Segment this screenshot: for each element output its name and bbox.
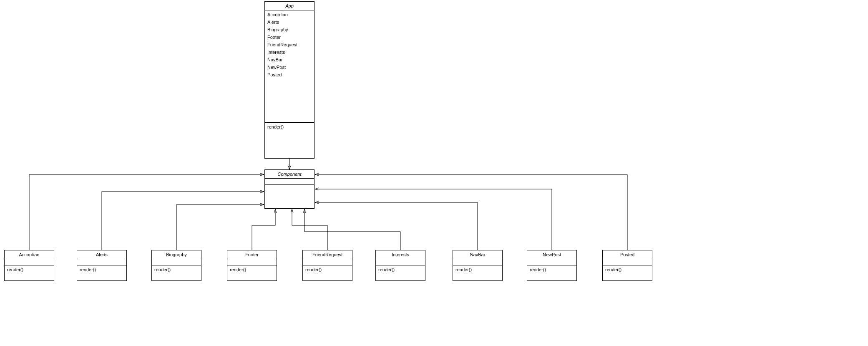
class-footer-operations: render()	[227, 265, 277, 280]
connectors	[0, 0, 868, 346]
op-render: render()	[267, 124, 312, 129]
class-app-operations: render()	[265, 123, 314, 158]
attr-friendrequest: FriendRequest	[267, 42, 312, 47]
class-friendrequest-title: FriendRequest	[303, 250, 352, 259]
class-biography-title: Biography	[152, 250, 201, 259]
class-friendrequest: FriendRequest render()	[302, 250, 352, 281]
class-app-title: App	[265, 2, 314, 10]
class-navbar-attributes	[453, 259, 502, 265]
class-interests-operations: render()	[376, 265, 425, 280]
class-navbar-operations: render()	[453, 265, 502, 280]
class-navbar: NavBar render()	[453, 250, 503, 281]
op-render: render()	[230, 267, 274, 272]
attr-biography: Biography	[267, 27, 312, 32]
class-navbar-title: NavBar	[453, 250, 502, 259]
class-component-operations	[265, 185, 314, 208]
attr-navbar: NavBar	[267, 57, 312, 62]
op-render: render()	[305, 267, 350, 272]
class-posted-operations: render()	[603, 265, 652, 280]
attr-interests: Interests	[267, 50, 312, 55]
class-component: Component	[264, 169, 314, 209]
class-friendrequest-operations: render()	[303, 265, 352, 280]
attr-accordian: Accordian	[267, 12, 312, 17]
class-alerts-attributes	[77, 259, 126, 265]
op-render: render()	[530, 267, 574, 272]
class-app-attributes: Accordian Alerts Biography Footer Friend…	[265, 10, 314, 123]
class-posted: Posted render()	[602, 250, 652, 281]
class-newpost: NewPost render()	[527, 250, 577, 281]
class-posted-title: Posted	[603, 250, 652, 259]
op-render: render()	[154, 267, 199, 272]
attr-posted: Posted	[267, 72, 312, 77]
class-alerts: Alerts render()	[77, 250, 127, 281]
class-biography-operations: render()	[152, 265, 201, 280]
class-friendrequest-attributes	[303, 259, 352, 265]
class-footer-attributes	[227, 259, 277, 265]
class-component-title: Component	[265, 170, 314, 179]
class-newpost-title: NewPost	[527, 250, 576, 259]
class-interests-title: Interests	[376, 250, 425, 259]
class-biography-attributes	[152, 259, 201, 265]
class-alerts-operations: render()	[77, 265, 126, 280]
class-app: App Accordian Alerts Biography Footer Fr…	[264, 1, 314, 159]
op-render: render()	[80, 267, 124, 272]
op-render: render()	[605, 267, 649, 272]
op-render: render()	[7, 267, 51, 272]
diagram-canvas: App Accordian Alerts Biography Footer Fr…	[0, 0, 868, 346]
class-component-attributes	[265, 179, 314, 185]
class-interests-attributes	[376, 259, 425, 265]
attr-newpost: NewPost	[267, 65, 312, 70]
class-footer-title: Footer	[227, 250, 277, 259]
op-render: render()	[455, 267, 500, 272]
attr-footer: Footer	[267, 35, 312, 40]
class-alerts-title: Alerts	[77, 250, 126, 259]
class-posted-attributes	[603, 259, 652, 265]
class-interests: Interests render()	[375, 250, 425, 281]
class-accordian: Accordian render()	[4, 250, 54, 281]
class-newpost-operations: render()	[527, 265, 576, 280]
class-accordian-attributes	[5, 259, 54, 265]
class-footer: Footer render()	[227, 250, 277, 281]
class-biography: Biography render()	[151, 250, 201, 281]
class-accordian-title: Accordian	[5, 250, 54, 259]
op-render: render()	[378, 267, 423, 272]
attr-alerts: Alerts	[267, 20, 312, 25]
class-accordian-operations: render()	[5, 265, 54, 280]
class-newpost-attributes	[527, 259, 576, 265]
